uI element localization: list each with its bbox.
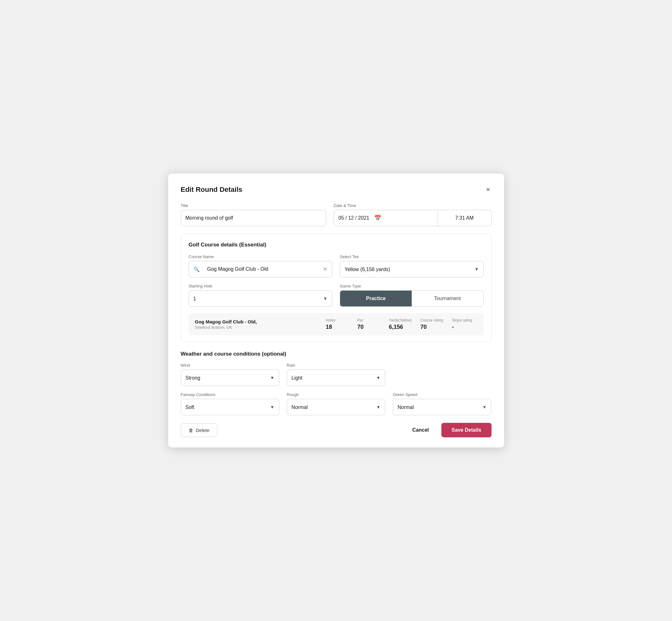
weather-section-title: Weather and course conditions (optional): [181, 351, 492, 357]
fairway-group: Fairway Conditions Firm Normal Soft Very…: [181, 392, 279, 415]
par-label: Par: [358, 318, 364, 323]
green-speed-group: Green Speed Slow Normal Fast Very Fast ▼: [393, 392, 491, 415]
date-time-field-group: Date & Time 05 / 12 / 2021 📅 7:31 AM: [334, 203, 492, 226]
calendar-icon: 📅: [374, 215, 381, 221]
course-info-name-block: Gog Magog Golf Club - Old, Shelford Bott…: [195, 319, 320, 330]
select-tee-group: Select Tee Yellow (6,156 yards) ▼: [340, 254, 484, 277]
close-button[interactable]: ×: [485, 185, 492, 194]
game-type-group: Game Type Practice Tournament: [340, 284, 484, 307]
search-icon: 🔍: [194, 266, 200, 272]
modal-title: Edit Round Details: [181, 185, 243, 194]
wind-dropdown[interactable]: Calm Light Moderate Strong Very Strong: [185, 370, 270, 385]
chevron-down-icon-rain: ▼: [376, 375, 380, 380]
rain-select-wrap[interactable]: None Light Moderate Heavy ▼: [287, 370, 385, 386]
starting-hole-group: Starting Hole 1 10 ▼: [189, 284, 333, 307]
slope-rating-label: Slope rating: [452, 318, 472, 323]
starting-hole-dropdown[interactable]: 1 10: [194, 291, 323, 306]
delete-button[interactable]: 🗑 Delete: [181, 423, 217, 437]
chevron-down-icon-green: ▼: [482, 405, 487, 410]
course-name-label: Course Name: [189, 254, 333, 259]
yards-label: Yards(Yellow): [389, 318, 412, 323]
select-tee-label: Select Tee: [340, 254, 484, 259]
delete-label: Delete: [196, 427, 209, 433]
practice-toggle-btn[interactable]: Practice: [340, 291, 412, 306]
game-type-label: Game Type: [340, 284, 484, 288]
chevron-down-icon-rough: ▼: [376, 405, 380, 410]
fairway-label: Fairway Conditions: [181, 392, 279, 397]
course-name-search-wrap[interactable]: 🔍 ✕: [189, 261, 333, 277]
hole-gametype-row: Starting Hole 1 10 ▼ Game Type Practice …: [189, 284, 484, 307]
date-input-wrap[interactable]: 05 / 12 / 2021 📅: [334, 210, 438, 226]
save-button[interactable]: Save Details: [442, 423, 491, 437]
green-speed-label: Green Speed: [393, 392, 491, 397]
course-rating-stat: Course rating 70: [414, 318, 446, 330]
course-info-location: Shelford Bottom, UK: [195, 325, 320, 330]
slope-rating-stat: Slope rating -: [446, 318, 477, 330]
rough-group: Rough Short Normal Long Very Long ▼: [287, 392, 385, 415]
select-tee-dropdown[interactable]: Yellow (6,156 yards): [344, 261, 474, 277]
par-stat: Par 70: [351, 318, 383, 330]
fairway-select-wrap[interactable]: Firm Normal Soft Very Soft ▼: [181, 399, 279, 415]
wind-select-wrap[interactable]: Calm Light Moderate Strong Very Strong ▼: [181, 370, 279, 386]
rough-select-wrap[interactable]: Short Normal Long Very Long ▼: [287, 399, 385, 415]
clear-course-icon[interactable]: ✕: [323, 266, 328, 273]
game-type-toggle: Practice Tournament: [340, 290, 484, 307]
cancel-button[interactable]: Cancel: [407, 423, 434, 437]
course-rating-value: 70: [421, 324, 427, 330]
select-tee-wrap[interactable]: Yellow (6,156 yards) ▼: [340, 261, 484, 277]
title-field-group: Title: [181, 203, 326, 226]
par-value: 70: [358, 324, 364, 330]
course-info-name: Gog Magog Golf Club - Old,: [195, 319, 320, 324]
title-input[interactable]: [181, 210, 326, 226]
rough-label: Rough: [287, 392, 385, 397]
rough-dropdown[interactable]: Short Normal Long Very Long: [292, 399, 376, 415]
weather-section: Weather and course conditions (optional)…: [181, 351, 492, 415]
modal-header: Edit Round Details ×: [181, 185, 492, 194]
fairway-dropdown[interactable]: Firm Normal Soft Very Soft: [185, 399, 270, 415]
course-name-group: Course Name 🔍 ✕: [189, 254, 333, 277]
course-rating-label: Course rating: [421, 318, 443, 323]
holes-value: 18: [326, 324, 332, 330]
footer-row: 🗑 Delete Cancel Save Details: [181, 423, 492, 437]
chevron-down-icon-fairway: ▼: [270, 405, 275, 410]
course-info-row: Gog Magog Golf Club - Old, Shelford Bott…: [189, 313, 484, 335]
date-value: 05 / 12 / 2021: [339, 215, 370, 221]
yards-value: 6,156: [389, 324, 403, 330]
title-datetime-row: Title Date & Time 05 / 12 / 2021 📅 7:31 …: [181, 203, 492, 226]
time-input-wrap[interactable]: 7:31 AM: [438, 210, 492, 226]
wind-rain-row: Wind Calm Light Moderate Strong Very Str…: [181, 363, 492, 386]
trash-icon: 🗑: [189, 427, 194, 433]
rain-dropdown[interactable]: None Light Moderate Heavy: [292, 370, 376, 385]
golf-course-section: Golf Course details (Essential) Course N…: [181, 234, 492, 342]
golf-course-title: Golf Course details (Essential): [189, 242, 484, 248]
green-speed-select-wrap[interactable]: Slow Normal Fast Very Fast ▼: [393, 399, 491, 415]
slope-rating-value: -: [452, 324, 454, 330]
rain-group: Rain None Light Moderate Heavy ▼: [287, 363, 385, 386]
footer-right: Cancel Save Details: [407, 423, 492, 437]
holes-label: Holes: [326, 318, 336, 323]
wind-group: Wind Calm Light Moderate Strong Very Str…: [181, 363, 279, 386]
fairway-rough-green-row: Fairway Conditions Firm Normal Soft Very…: [181, 392, 492, 415]
wind-label: Wind: [181, 363, 279, 368]
date-time-label: Date & Time: [334, 203, 492, 208]
course-name-input[interactable]: [203, 261, 320, 277]
date-time-row: 05 / 12 / 2021 📅 7:31 AM: [334, 210, 492, 226]
chevron-down-icon-wind: ▼: [270, 375, 275, 380]
chevron-down-icon: ▼: [474, 266, 479, 272]
starting-hole-wrap[interactable]: 1 10 ▼: [189, 290, 333, 307]
starting-hole-label: Starting Hole: [189, 284, 333, 288]
title-label: Title: [181, 203, 326, 208]
green-speed-dropdown[interactable]: Slow Normal Fast Very Fast: [397, 399, 482, 415]
edit-round-modal: Edit Round Details × Title Date & Time 0…: [168, 173, 504, 448]
yards-stat: Yards(Yellow) 6,156: [383, 318, 414, 330]
holes-stat: Holes 18: [320, 318, 351, 330]
tournament-toggle-btn[interactable]: Tournament: [412, 291, 483, 306]
time-value: 7:31 AM: [455, 215, 474, 221]
rain-label: Rain: [287, 363, 385, 368]
course-name-tee-row: Course Name 🔍 ✕ Select Tee Yellow (6,156…: [189, 254, 484, 277]
chevron-down-icon-hole: ▼: [323, 296, 328, 301]
